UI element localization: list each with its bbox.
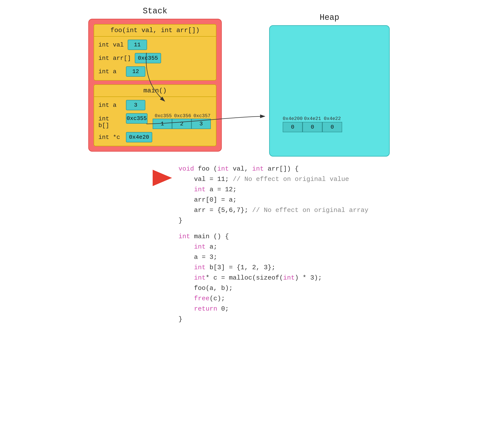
main-c-box: 0x4e20	[126, 132, 152, 142]
b-addr-row: 0xc355 0xc356 0xc357	[153, 113, 212, 119]
code-line-main-7: free(c);	[178, 293, 368, 304]
heap-array-group: 0x4e200 0x4e21 0x4e22 0 0 0	[283, 116, 342, 132]
code-line-foo-5: arr = {5,6,7}; // No effect on original …	[178, 205, 368, 215]
heap-addr-row: 0x4e200 0x4e21 0x4e22	[283, 116, 342, 121]
code-line-main-1: int main () {	[178, 231, 368, 242]
foo-arr-label: int arr[]	[98, 55, 131, 62]
main-a-box: 3	[126, 100, 145, 110]
heap-addr-1: 0x4e21	[302, 116, 322, 121]
code-line-main-4: int b[3] = {1, 2, 3};	[178, 262, 368, 273]
foo-val-box: 11	[128, 40, 147, 50]
b-cells: 1 2 3	[153, 119, 212, 129]
foo-val-label: int val	[98, 42, 124, 48]
heap-cell-2: 0	[322, 122, 342, 132]
stack-title: Stack	[88, 6, 222, 16]
main-b-box: 0xc355	[126, 113, 147, 124]
code-line-main-3: a = 3;	[178, 252, 368, 262]
heap-addr-2: 0x4e22	[322, 116, 342, 121]
main-frame-title: main()	[94, 85, 216, 97]
heap-container: 0x4e200 0x4e21 0x4e22 0 0 0	[269, 25, 390, 157]
foo-frame: foo(int val, int arr[]) int val 11 int a…	[94, 24, 216, 81]
foo-frame-title: foo(int val, int arr[])	[94, 25, 216, 37]
code-line-foo-2: val = 11; // No effect on original value	[178, 174, 368, 184]
code-line-foo-1: void foo (int val, int arr[]) {	[178, 164, 368, 174]
heap-cell-0: 0	[283, 122, 302, 132]
b-addr-0: 0xc355	[153, 113, 173, 119]
code-line-foo-3: int a = 12;	[178, 184, 368, 195]
code-line-main-8: return 0;	[178, 304, 368, 314]
code-line-foo-4: arr[0] = a;	[178, 195, 368, 205]
foo-val-row: int val 11	[98, 40, 212, 50]
main-frame: main() int a 3 int b[] 0xc355 0	[94, 84, 216, 146]
b-cell-0: 1	[153, 119, 172, 129]
foo-a-label: int a	[98, 68, 122, 75]
code-line-main-9: }	[178, 314, 368, 324]
b-cell-2: 3	[191, 119, 211, 129]
code-block: void foo (int val, int arr[]) { val = 11…	[178, 164, 368, 324]
b-cell-1: 2	[172, 119, 191, 129]
main-a-label: int a	[98, 102, 122, 108]
code-section: void foo (int val, int arr[]) { val = 11…	[0, 164, 478, 324]
main-c-label: int *c	[98, 134, 122, 141]
heap-title: Heap	[269, 13, 390, 22]
b-addr-1: 0xc356	[173, 113, 192, 119]
main-b-label: int b[]	[98, 113, 122, 129]
foo-a-row: int a 12	[98, 66, 212, 77]
heap-addr-0: 0x4e200	[283, 116, 302, 121]
stack-container: foo(int val, int arr[]) int val 11 int a…	[88, 19, 222, 152]
arrow-right-icon	[153, 170, 172, 186]
foo-arr-row: int arr[] 0xc355	[98, 53, 212, 63]
code-line-main-2: int a;	[178, 242, 368, 252]
code-line-main-5: int* c = malloc(sizeof(int) * 3);	[178, 273, 368, 283]
code-line-foo-6: }	[178, 215, 368, 226]
main-c-row: int *c 0x4e20	[98, 132, 212, 142]
main-b-row: int b[] 0xc355 0xc355 0xc356 0xc357 1	[98, 113, 212, 129]
heap-cells: 0 0 0	[283, 122, 342, 132]
main-a-row: int a 3	[98, 100, 212, 110]
b-addr-2: 0xc357	[192, 113, 212, 119]
heap-cell-1: 0	[302, 122, 322, 132]
code-line-main-6: foo(a, b);	[178, 283, 368, 293]
foo-a-box: 12	[126, 66, 145, 77]
arrow-indicator	[153, 170, 172, 187]
foo-arr-box: 0xc355	[135, 53, 161, 63]
